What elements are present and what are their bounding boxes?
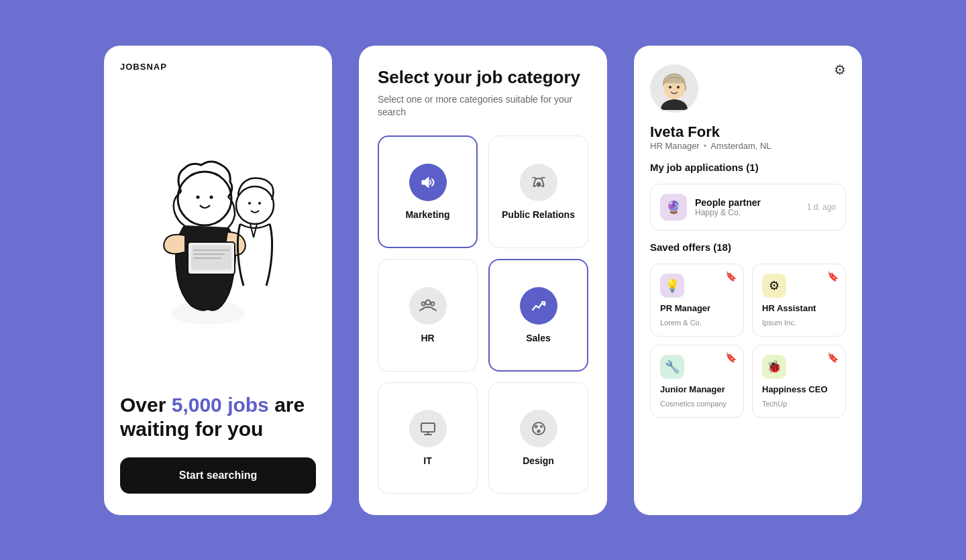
- svg-point-21: [540, 425, 543, 428]
- svg-point-11: [258, 202, 261, 205]
- pr-manager-icon: 💡: [660, 274, 684, 298]
- jobsnap-card: JOBSNAP: [104, 46, 332, 515]
- applications-title: My job applications (1): [650, 162, 846, 173]
- svg-point-10: [248, 202, 251, 205]
- profile-location: Amsterdam, NL: [710, 141, 771, 151]
- pr-label: Public Relations: [502, 209, 575, 220]
- app-info: People partner Happy & Co.: [695, 197, 799, 217]
- profile-role: HR Manager: [650, 141, 700, 151]
- pr-icon: [520, 164, 557, 201]
- svg-point-26: [669, 86, 672, 89]
- it-label: IT: [423, 455, 431, 466]
- bookmark-icon: 🔖: [725, 271, 737, 282]
- profile-name: Iveta Fork: [650, 123, 846, 141]
- app-icon-people-partner: 🔮: [660, 194, 687, 221]
- svg-rect-5: [191, 245, 231, 270]
- hero-pre: Over: [120, 394, 172, 416]
- bookmark-icon: 🔖: [725, 352, 737, 363]
- svg-rect-16: [421, 423, 435, 432]
- svg-point-9: [236, 186, 274, 224]
- profile-dot: •: [704, 141, 707, 151]
- app-time: 1 d. ago: [807, 203, 836, 212]
- saved-card-hr-assistant[interactable]: 🔖 ⚙ HR Assistant Ipsum Inc.: [752, 264, 846, 337]
- category-item-pr[interactable]: Public Relations: [488, 135, 588, 248]
- junior-manager-company: Cosmetics company: [660, 400, 734, 408]
- it-icon: [409, 410, 447, 447]
- category-item-marketing[interactable]: Marketing: [378, 135, 478, 248]
- hr-assistant-title: HR Assistant: [762, 303, 836, 313]
- design-label: Design: [523, 455, 554, 466]
- saved-card-pr-manager[interactable]: 🔖 💡 PR Manager Lorem & Co.: [650, 264, 744, 337]
- svg-point-1: [178, 172, 231, 225]
- category-item-design[interactable]: Design: [488, 382, 588, 494]
- svg-point-27: [677, 86, 680, 89]
- bookmark-icon: 🔖: [827, 352, 839, 363]
- junior-manager-icon: 🔧: [660, 355, 684, 379]
- svg-point-15: [431, 302, 434, 305]
- saved-offers-grid: 🔖 💡 PR Manager Lorem & Co. 🔖 ⚙ HR Assist…: [650, 264, 846, 418]
- category-item-sales[interactable]: Sales: [488, 259, 588, 372]
- hero-text: Over 5,000 jobs are waiting for you: [120, 393, 316, 441]
- start-searching-button[interactable]: Start searching: [120, 457, 316, 494]
- illustration-area: [120, 80, 316, 385]
- junior-manager-title: Junior Manager: [660, 384, 734, 394]
- svg-point-22: [537, 429, 540, 433]
- app-logo: JOBSNAP: [120, 62, 316, 72]
- job-application-item[interactable]: 🔮 People partner Happy & Co. 1 d. ago: [650, 184, 846, 231]
- app-title: People partner: [695, 197, 799, 208]
- pr-manager-company: Lorem & Co.: [660, 319, 734, 327]
- saved-card-happiness-ceo[interactable]: 🔖 🐞 Happiness CEO TechUp: [752, 345, 846, 418]
- category-grid: Marketing Public Relations: [378, 135, 588, 494]
- happiness-ceo-title: Happiness CEO: [762, 384, 836, 394]
- profile-card: ⚙ Iveta Fork HR Manager • Amsterdam, NL …: [634, 46, 862, 515]
- design-icon: [520, 410, 557, 447]
- hr-label: HR: [421, 333, 434, 343]
- svg-point-14: [421, 302, 425, 305]
- app-company: Happy & Co.: [695, 208, 799, 217]
- hr-icon: [409, 287, 447, 325]
- sales-label: Sales: [526, 333, 551, 343]
- marketing-icon: [409, 164, 447, 201]
- profile-avatar: [650, 64, 698, 113]
- settings-icon[interactable]: ⚙: [834, 62, 846, 78]
- sales-icon: [520, 287, 557, 325]
- svg-point-13: [425, 300, 430, 304]
- marketing-label: Marketing: [405, 209, 449, 220]
- bookmark-icon: 🔖: [827, 271, 839, 282]
- job-category-card: Select your job category Select one or m…: [359, 46, 607, 515]
- category-item-it[interactable]: IT: [378, 382, 478, 494]
- svg-point-2: [197, 196, 200, 199]
- hr-assistant-company: Ipsum Inc.: [762, 319, 836, 327]
- happiness-ceo-icon: 🐞: [762, 355, 786, 379]
- pr-manager-title: PR Manager: [660, 303, 734, 313]
- happiness-ceo-company: TechUp: [762, 400, 836, 408]
- hero-illustration: [131, 138, 305, 326]
- profile-subtitle: HR Manager • Amsterdam, NL: [650, 141, 846, 151]
- saved-card-junior-manager[interactable]: 🔖 🔧 Junior Manager Cosmetics company: [650, 345, 744, 418]
- category-title: Select your job category: [378, 67, 588, 88]
- profile-info: Iveta Fork HR Manager • Amsterdam, NL: [650, 123, 846, 151]
- hr-assistant-icon: ⚙: [762, 274, 786, 298]
- svg-point-23: [535, 426, 537, 427]
- hero-highlight: 5,000 jobs: [172, 394, 269, 416]
- category-item-hr[interactable]: HR: [378, 259, 478, 372]
- svg-point-3: [210, 196, 213, 199]
- saved-offers-title: Saved offers (18): [650, 241, 846, 253]
- avatar-illustration: [650, 64, 698, 113]
- svg-point-12: [536, 182, 541, 186]
- category-subtitle: Select one or more categories suitable f…: [378, 93, 588, 119]
